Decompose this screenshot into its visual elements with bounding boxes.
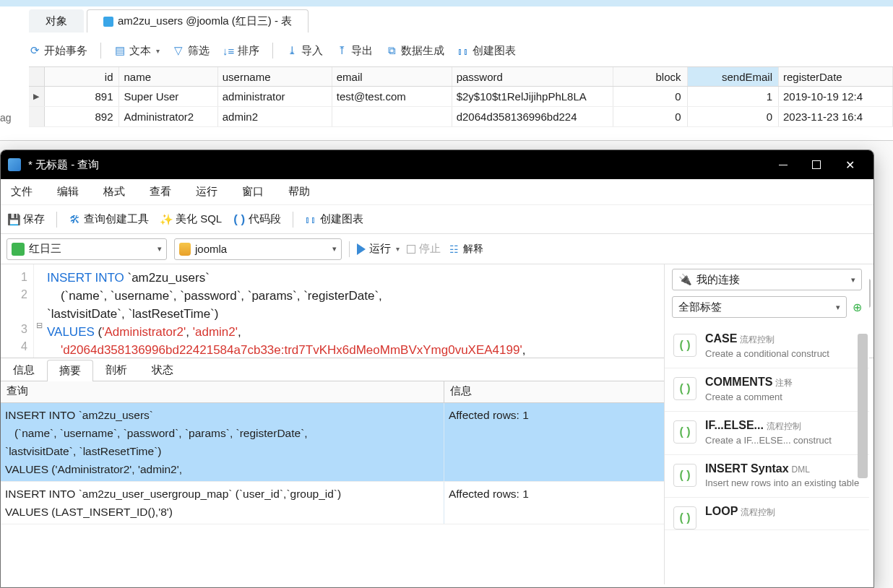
- import-button[interactable]: ⤓导入: [286, 44, 323, 58]
- row-handle[interactable]: [29, 107, 45, 126]
- tab-table[interactable]: am2zu_users @joomla (红日三) - 表: [87, 9, 309, 33]
- beautify-button[interactable]: ✨美化 SQL: [160, 212, 222, 226]
- col-registerdate[interactable]: registerDate: [779, 67, 893, 86]
- minimize-button[interactable]: [767, 150, 800, 179]
- menu-edit[interactable]: 编辑: [57, 185, 79, 199]
- tag-filter[interactable]: 全部标签▾: [672, 296, 847, 318]
- explain-icon: ☷: [448, 243, 460, 255]
- cell[interactable]: admin2: [218, 107, 332, 126]
- connection-select[interactable]: 红日三▾: [7, 238, 167, 260]
- separator: [272, 43, 273, 59]
- fold-column[interactable]: ⊟: [34, 264, 44, 358]
- result-row[interactable]: INSERT INTO `am2zu_users` (`name`, `user…: [1, 403, 664, 482]
- cell[interactable]: 0: [613, 107, 688, 126]
- text-button[interactable]: ▤文本▾: [114, 44, 160, 58]
- snippet-desc: Create a IF...ELSE... construct: [705, 435, 860, 446]
- table-icon: [103, 17, 113, 27]
- table-row[interactable]: ▶ 891 Super User administrator test@test…: [29, 87, 893, 107]
- snippet-item[interactable]: ( )COMMENTS注释Create a comment: [665, 368, 869, 412]
- col-block[interactable]: block: [613, 67, 688, 86]
- menu-view[interactable]: 查看: [150, 185, 171, 199]
- separator: [100, 43, 101, 59]
- snippet-list: ( )CASE流程控制Create a conditional construc…: [665, 325, 869, 530]
- result-message: Affected rows: 1: [444, 403, 664, 481]
- connection-icon: [12, 243, 25, 256]
- filter-button[interactable]: ▽筛选: [173, 44, 210, 58]
- kw: INSERT INTO: [47, 271, 124, 285]
- explain-button[interactable]: ☷解释: [448, 243, 483, 256]
- snippet-item[interactable]: ( )INSERT SyntaxDMLInsert new rows into …: [665, 455, 869, 498]
- snippet-icon: ( ): [673, 377, 696, 400]
- cell[interactable]: Administrator2: [119, 107, 217, 126]
- snippet-tag: DML: [792, 464, 810, 475]
- maximize-button[interactable]: [800, 150, 833, 179]
- begin-label: 开始事务: [44, 44, 87, 58]
- cell[interactable]: [332, 107, 452, 126]
- beautify-icon: ✨: [160, 214, 172, 225]
- col-name[interactable]: name: [119, 67, 217, 86]
- result-tab-profile[interactable]: 剖析: [93, 359, 139, 381]
- save-button[interactable]: 💾保存: [8, 212, 45, 226]
- cell[interactable]: test@test.com: [332, 87, 452, 106]
- stop-label: 停止: [419, 242, 441, 256]
- chart-button[interactable]: ⫾⫾创建图表: [457, 44, 516, 58]
- titlebar[interactable]: * 无标题 - 查询 ✕: [1, 150, 873, 179]
- result-query: INSERT INTO `am2zu_user_usergroup_map` (…: [1, 482, 444, 524]
- col-id[interactable]: id: [45, 67, 120, 86]
- result-col-message[interactable]: 信息: [444, 381, 664, 402]
- chart-icon: ⫾⫾: [457, 45, 469, 56]
- snippet-scrollbar[interactable]: [858, 334, 868, 478]
- cell[interactable]: d2064d358136996bd224: [452, 107, 613, 126]
- menu-format[interactable]: 格式: [103, 185, 125, 199]
- transaction-icon: ⟳: [29, 45, 40, 56]
- export-button[interactable]: ⤒导出: [336, 44, 373, 58]
- tab-objects[interactable]: 对象: [29, 9, 84, 33]
- menu-file[interactable]: 文件: [11, 185, 33, 199]
- cell[interactable]: 0: [688, 107, 779, 126]
- result-tab-summary[interactable]: 摘要: [47, 360, 93, 381]
- begin-transaction-button[interactable]: ⟳开始事务: [29, 44, 87, 58]
- result-header: 查询 信息: [1, 381, 664, 403]
- connection-filter[interactable]: 🔌我的连接▾: [672, 269, 862, 290]
- row-handle[interactable]: ▶: [29, 87, 45, 106]
- cell[interactable]: administrator: [218, 87, 332, 106]
- datagen-button[interactable]: ⧉数据生成: [386, 44, 444, 58]
- cell[interactable]: 2023-11-23 16:4: [779, 107, 893, 126]
- sort-button[interactable]: ↓≡排序: [223, 44, 259, 58]
- database-select[interactable]: joomla▾: [174, 238, 342, 260]
- cell[interactable]: 2019-10-19 12:4: [779, 87, 893, 106]
- result-message: Affected rows: 1: [444, 482, 664, 524]
- txt: (`name`, `username`, `password`, `params…: [47, 289, 382, 303]
- col-sendemail[interactable]: sendEmail: [688, 67, 779, 86]
- menu-run[interactable]: 运行: [196, 185, 217, 199]
- snippet-item[interactable]: ( )IF...ELSE...流程控制Create a IF...ELSE...…: [665, 412, 869, 455]
- cell[interactable]: $2y$10$t1RelJijihpPhL8LA: [452, 87, 613, 106]
- snippet-item[interactable]: ( )CASE流程控制Create a conditional construc…: [665, 325, 869, 368]
- run-button[interactable]: 运行▾: [357, 242, 400, 256]
- cell[interactable]: 0: [613, 87, 688, 106]
- col-email[interactable]: email: [332, 67, 452, 86]
- sort-icon: ↓≡: [223, 45, 234, 56]
- snippet-button[interactable]: ( )代码段: [233, 212, 281, 227]
- result-row[interactable]: INSERT INTO `am2zu_user_usergroup_map` (…: [1, 482, 664, 524]
- table-row[interactable]: 892 Administrator2 admin2 d2064d35813699…: [29, 107, 893, 127]
- chart-button[interactable]: ⫾⫾创建图表: [305, 212, 363, 226]
- cell[interactable]: 1: [688, 87, 779, 106]
- query-builder-button[interactable]: 🛠查询创建工具: [69, 212, 149, 226]
- result-col-query[interactable]: 查询: [1, 381, 444, 402]
- cell[interactable]: 891: [45, 87, 120, 106]
- col-password[interactable]: password: [452, 67, 613, 86]
- close-button[interactable]: ✕: [833, 150, 866, 179]
- menu-help[interactable]: 帮助: [288, 185, 310, 199]
- run-label: 运行: [369, 242, 391, 256]
- result-tab-status[interactable]: 状态: [139, 359, 186, 381]
- menu-window[interactable]: 窗口: [242, 185, 264, 199]
- maximize-icon: [812, 160, 821, 169]
- result-tab-info[interactable]: 信息: [1, 359, 47, 381]
- add-snippet-button[interactable]: ⊕: [853, 301, 862, 314]
- cell[interactable]: Super User: [119, 87, 217, 106]
- col-username[interactable]: username: [218, 67, 332, 86]
- filter-icon: ▽: [173, 45, 184, 56]
- snippet-item[interactable]: ( )LOOP流程控制: [665, 498, 869, 530]
- cell[interactable]: 892: [45, 107, 120, 126]
